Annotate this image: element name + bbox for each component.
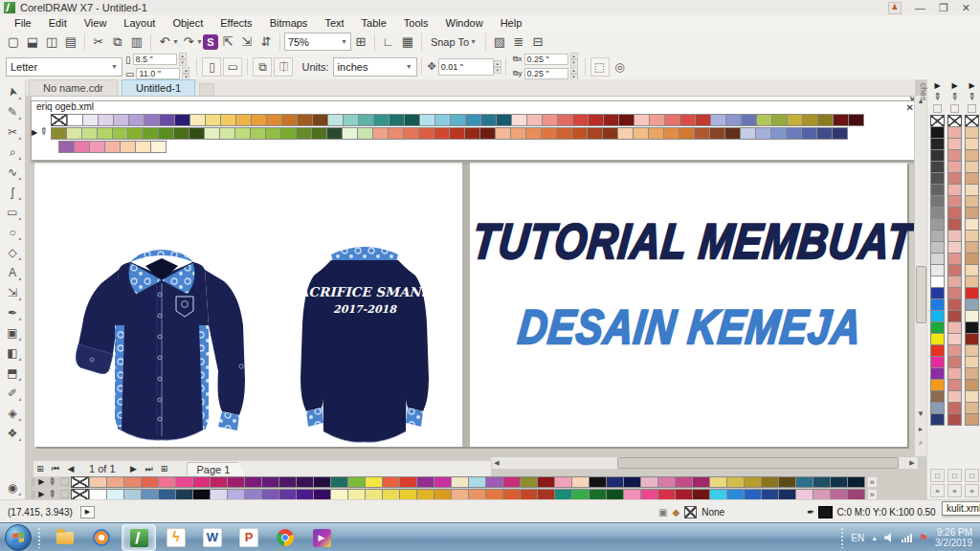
color-swatch[interactable] <box>802 114 818 126</box>
color-swatch[interactable] <box>451 476 469 488</box>
duplicate-y-input[interactable]: 0.25 " <box>524 68 568 79</box>
color-swatch[interactable] <box>106 476 124 488</box>
color-swatch[interactable] <box>175 489 193 500</box>
color-swatch[interactable] <box>496 114 512 126</box>
color-swatch[interactable] <box>158 489 176 500</box>
color-swatch[interactable] <box>709 489 727 500</box>
color-swatch[interactable] <box>692 476 710 488</box>
color-swatch[interactable] <box>278 489 297 500</box>
color-swatch[interactable] <box>679 114 696 126</box>
color-swatch[interactable] <box>97 127 113 140</box>
menu-item-help[interactable]: Help <box>492 17 531 29</box>
color-swatch[interactable] <box>372 127 389 140</box>
color-swatch[interactable] <box>205 114 221 126</box>
blend-tool[interactable]: ⬒ <box>2 363 23 383</box>
shape-tool[interactable]: ✎ <box>2 101 23 121</box>
color-swatch[interactable] <box>571 489 590 500</box>
color-swatch[interactable] <box>525 127 542 140</box>
color-swatch[interactable] <box>495 127 511 140</box>
color-swatch[interactable] <box>572 114 589 126</box>
color-swatch[interactable] <box>755 127 771 140</box>
color-swatch[interactable] <box>327 114 344 126</box>
current-page-button[interactable]: ⎅ <box>274 57 293 77</box>
account-icon[interactable]: ♟ <box>888 2 902 14</box>
palette-expand-icon[interactable]: » <box>930 484 945 497</box>
menu-item-tools[interactable]: Tools <box>395 17 437 29</box>
color-swatch[interactable] <box>227 476 245 488</box>
color-swatch[interactable] <box>89 476 107 488</box>
color-swatch[interactable] <box>832 127 848 140</box>
pick-tool[interactable]: ➤ <box>2 81 23 101</box>
color-swatch[interactable] <box>419 114 435 126</box>
color-swatch[interactable] <box>761 476 779 488</box>
color-swatch[interactable] <box>675 489 693 500</box>
color-swatch[interactable] <box>416 476 434 488</box>
vertical-scroll-thumb[interactable] <box>916 266 926 323</box>
duplicate-x-input[interactable]: 0.25 " <box>524 54 568 65</box>
color-swatch[interactable] <box>724 127 741 140</box>
show-rulers-icon[interactable]: ∟ <box>379 33 398 51</box>
taskbar-clock[interactable]: 9:26 PM 3/2/2019 <box>935 527 972 548</box>
color-swatch[interactable] <box>403 127 419 140</box>
last-page-icon[interactable]: ⏭ <box>143 464 156 474</box>
crop-tool[interactable]: ✂ <box>2 121 23 142</box>
close-icon[interactable]: ✕ <box>906 102 914 113</box>
color-swatch[interactable] <box>244 489 262 500</box>
palette-options-box[interactable] <box>60 477 69 486</box>
eyedropper-icon[interactable]: ✏ <box>38 127 49 135</box>
color-swatch[interactable] <box>692 489 710 500</box>
add-page-after-icon[interactable]: ⊞ <box>158 464 171 474</box>
no-color-swatch[interactable] <box>71 476 89 488</box>
color-swatch[interactable] <box>813 476 831 488</box>
color-swatch[interactable] <box>617 127 634 140</box>
color-swatch[interactable] <box>281 114 298 126</box>
smart-fill-tool[interactable]: ❖ <box>2 423 23 443</box>
color-swatch[interactable] <box>648 127 664 140</box>
color-swatch[interactable] <box>416 489 434 500</box>
chevron-down-icon[interactable]: ▼ <box>172 38 179 45</box>
color-swatch[interactable] <box>847 489 865 500</box>
color-swatch[interactable] <box>761 489 779 500</box>
color-swatch[interactable] <box>326 127 343 140</box>
color-swatch[interactable] <box>526 114 543 126</box>
menu-item-effects[interactable]: Effects <box>212 17 260 29</box>
page-width-spinner[interactable]: ▴▾ <box>179 53 187 66</box>
color-swatch[interactable] <box>58 141 75 153</box>
color-swatch[interactable] <box>357 127 373 140</box>
color-swatch[interactable] <box>744 476 762 488</box>
color-swatch[interactable] <box>695 114 711 126</box>
menu-item-bitmaps[interactable]: Bitmaps <box>261 17 317 29</box>
palette-flyout-icon[interactable]: ▶ <box>951 81 957 91</box>
zoom-tool[interactable]: ⌕ <box>2 142 23 162</box>
color-swatch[interactable] <box>399 489 417 500</box>
color-swatch[interactable] <box>123 476 142 488</box>
scroll-right-icon[interactable]: ▶ <box>906 459 918 467</box>
portrait-button[interactable]: ▯ <box>202 57 221 77</box>
color-swatch[interactable] <box>571 476 590 488</box>
color-swatch[interactable] <box>603 114 619 126</box>
color-swatch[interactable] <box>365 489 383 500</box>
minimize-button[interactable]: — <box>915 3 925 12</box>
color-swatch[interactable] <box>520 489 538 500</box>
pen-tool[interactable]: ✒ <box>2 302 23 322</box>
color-swatch[interactable] <box>312 114 328 126</box>
palette-flyout-icon[interactable]: ▶ <box>32 128 37 137</box>
taskbar-app-winamp[interactable]: ϟ <box>160 525 192 550</box>
color-swatch[interactable] <box>150 141 167 153</box>
drop-shadow-tool[interactable]: ▣ <box>2 322 23 342</box>
color-swatch[interactable] <box>450 114 466 126</box>
color-swatch[interactable] <box>158 476 176 488</box>
color-swatch[interactable] <box>813 489 831 500</box>
color-swatch[interactable] <box>113 114 129 126</box>
palette-options-box[interactable] <box>933 104 942 113</box>
color-swatch[interactable] <box>589 489 607 500</box>
color-swatch[interactable] <box>778 489 796 500</box>
vertical-scrollbar[interactable]: ▲ ▼ ▸ ⌕ <box>914 96 926 456</box>
no-color-swatch[interactable] <box>51 114 67 126</box>
drag-handle[interactable]: ⣿ <box>31 491 34 498</box>
color-swatch[interactable] <box>795 476 813 488</box>
landscape-button[interactable]: ▭ <box>223 57 242 77</box>
color-swatch[interactable] <box>571 127 588 140</box>
menu-item-view[interactable]: View <box>76 17 116 29</box>
color-swatch[interactable] <box>434 114 451 126</box>
